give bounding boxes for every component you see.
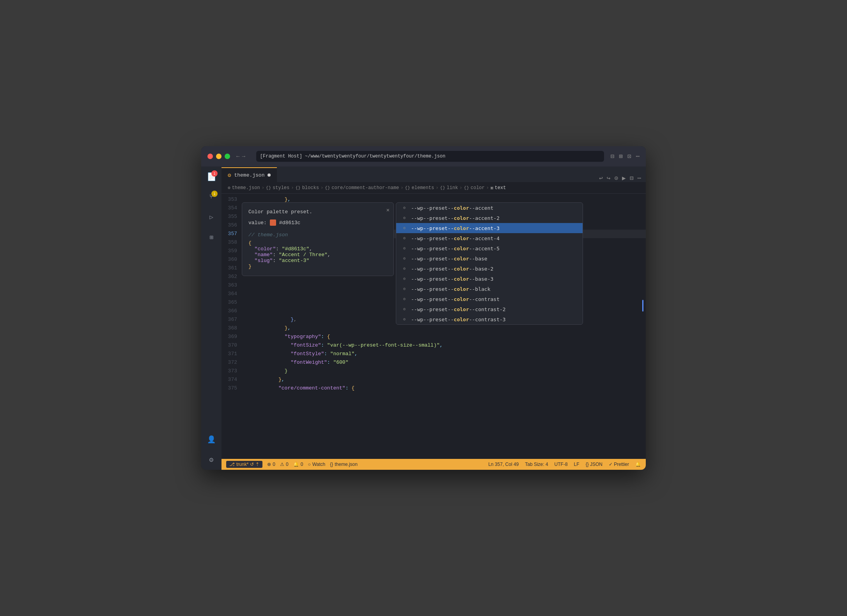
warning-count[interactable]: ⚠ 0 — [280, 462, 289, 467]
breadcrumb-text[interactable]: text — [495, 185, 506, 191]
code-line-371: "fontStyle": "normal", — [242, 350, 646, 358]
breadcrumb-color[interactable]: color — [471, 185, 485, 191]
tooltip-code-comment: // theme.json — [248, 232, 387, 238]
ac-item-accent-3[interactable]: ⊙ --wp--preset--color--accent-3 — [396, 223, 583, 233]
ac-item-accent-4[interactable]: ⊙ --wp--preset--color--accent-4 — [396, 233, 583, 243]
file-type-indicator[interactable]: {} theme.json — [330, 462, 358, 467]
go-forward-editor-icon[interactable]: ↪ — [607, 174, 611, 182]
tab-size-text: Tab Size: 4 — [525, 462, 548, 467]
error-count[interactable]: ⊗ 0 — [267, 462, 275, 467]
titlebar-actions: ⊟ ⊞ ⊡ ⋯ — [610, 152, 640, 160]
tooltip-json: { "color": "#d8613c", "name": "Accent / … — [248, 240, 387, 269]
tab-filename: theme.json — [234, 172, 264, 178]
ac-item-label-8: --wp--preset--color--base-3 — [411, 276, 493, 282]
code-content[interactable]: }, "elements": { "link": { — [242, 194, 646, 459]
ac-item-label-5: --wp--preset--color--accent-5 — [411, 246, 500, 251]
ac-item-label-2: --wp--preset--color--accent-2 — [411, 215, 500, 221]
formatter-indicator[interactable]: ✓ Prettier — [609, 462, 629, 467]
layout-icon[interactable]: ⊡ — [627, 152, 631, 160]
minimize-button[interactable] — [216, 154, 221, 159]
run-file-icon[interactable]: ▶ — [622, 174, 626, 182]
ac-item-contrast-3[interactable]: ⊙ --wp--preset--color--contrast-3 — [396, 314, 583, 324]
ac-color-icon-10: ⊙ — [401, 296, 408, 303]
ac-item-accent[interactable]: ⊙ --wp--preset--color--accent — [396, 203, 583, 213]
address-bar[interactable]: [Fragment Host] ~/www/twentytwentyfour/t… — [256, 151, 604, 162]
status-bar: ⎇ trunk* ↺ ⇡ ⊗ 0 ⚠ 0 🔔 0 — [221, 459, 646, 470]
toggle-panel-icon[interactable]: ⊞ — [619, 152, 623, 160]
ac-color-icon-3: ⊙ — [401, 225, 408, 232]
titlebar: ← → [Fragment Host] ~/www/twentytwentyfo… — [201, 146, 646, 166]
breadcrumb-styles[interactable]: styles — [273, 185, 289, 191]
extensions-icon[interactable]: ⊞ — [204, 230, 218, 244]
breadcrumb-file[interactable]: theme.json — [232, 185, 260, 191]
ac-item-contrast[interactable]: ⊙ --wp--preset--color--contrast — [396, 294, 583, 304]
code-line-368: }, — [242, 324, 646, 333]
ac-item-black[interactable]: ⊙ --wp--preset--color--black — [396, 284, 583, 294]
ac-color-icon-12: ⊙ — [401, 316, 408, 323]
ac-item-label-11: --wp--preset--color--contrast-2 — [411, 306, 506, 312]
code-editor: 353 354 355 356 357 358 359 360 361 362 … — [221, 194, 646, 459]
language-indicator[interactable]: {} JSON — [586, 462, 602, 467]
tab-more-icon[interactable]: ⋯ — [637, 174, 641, 182]
back-arrow[interactable]: ← — [236, 153, 239, 159]
sync-icon: ↺ — [250, 462, 254, 467]
breadcrumb: ⚙ theme.json › {} styles › {} blocks › {… — [221, 182, 646, 194]
go-back-editor-icon[interactable]: ↩ — [599, 174, 603, 182]
close-button[interactable] — [207, 154, 213, 159]
ac-item-contrast-2[interactable]: ⊙ --wp--preset--color--contrast-2 — [396, 304, 583, 314]
split-editor-icon[interactable]: ⊟ — [610, 152, 614, 160]
notification-count[interactable]: 🔔 0 — [293, 462, 303, 467]
settings-icon[interactable]: ⚙ — [204, 453, 218, 467]
ac-item-label: --wp--preset--color--accent — [411, 205, 493, 211]
activity-bar: 📄 1 ⑂ 1 ▷ ⊞ 👤 ⚙ — [201, 166, 221, 470]
breadcrumb-elements[interactable]: elements — [412, 185, 434, 191]
split-editor-right-icon[interactable]: ⊟ — [630, 174, 634, 182]
breadcrumb-link[interactable]: link — [447, 185, 458, 191]
explorer-icon[interactable]: 📄 1 — [204, 170, 218, 184]
bell-indicator[interactable]: 🔔 — [635, 462, 641, 467]
maximize-button[interactable] — [225, 154, 230, 159]
notification-number: 0 — [301, 462, 303, 467]
watch-circle-icon: ○ — [308, 462, 310, 467]
code-line-370: "fontSize": "var(--wp--preset--font-size… — [242, 341, 646, 350]
traffic-lights — [207, 154, 230, 159]
tooltip-value-label: value: — [248, 220, 267, 226]
breadcrumb-comment-author-name[interactable]: core/comment-author-name — [331, 185, 399, 191]
more-tab-icon[interactable]: ⊙ — [614, 174, 618, 182]
ac-color-icon-6: ⊙ — [401, 255, 408, 262]
ac-item-label-6: --wp--preset--color--base — [411, 256, 487, 262]
vscode-window: ← → [Fragment Host] ~/www/twentytwentyfo… — [201, 146, 646, 470]
code-line-372: "fontWeight": "600" — [242, 358, 646, 367]
autocomplete-dropdown[interactable]: ⊙ --wp--preset--color--accent ⊙ --wp--pr… — [396, 202, 583, 325]
ac-item-base-3[interactable]: ⊙ --wp--preset--color--base-3 — [396, 274, 583, 284]
code-line-375: "core/comment-content": { — [242, 384, 646, 393]
source-control-icon[interactable]: ⑂ 1 — [204, 190, 218, 204]
encoding-indicator[interactable]: UTF-8 — [555, 462, 568, 467]
tab-theme-json[interactable]: ⚙ theme.json — [221, 167, 277, 182]
ac-color-icon-5: ⊙ — [401, 245, 408, 252]
line-ending-indicator[interactable]: LF — [574, 462, 579, 467]
ac-item-accent-5[interactable]: ⊙ --wp--preset--color--accent-5 — [396, 243, 583, 253]
tab-modified-indicator — [268, 173, 271, 177]
code-line-374: }, — [242, 375, 646, 384]
forward-arrow[interactable]: → — [242, 153, 245, 159]
ac-item-label-3: --wp--preset--color--accent-3 — [411, 225, 500, 231]
breadcrumb-blocks[interactable]: blocks — [302, 185, 319, 191]
cursor-position[interactable]: Ln 357, Col 49 — [488, 462, 519, 467]
tab-file-icon: ⚙ — [228, 172, 231, 179]
ac-item-label-7: --wp--preset--color--base-2 — [411, 266, 493, 272]
warning-number: 0 — [286, 462, 289, 467]
status-bar-left: ⎇ trunk* ↺ ⇡ ⊗ 0 ⚠ 0 🔔 0 — [226, 461, 358, 468]
ac-item-label-12: --wp--preset--color--contrast-3 — [411, 317, 506, 322]
more-actions-icon[interactable]: ⋯ — [636, 152, 640, 160]
tab-size-indicator[interactable]: Tab Size: 4 — [525, 462, 548, 467]
account-icon[interactable]: 👤 — [204, 432, 218, 446]
tooltip-popup: ✕ Color palette preset. value: #d8613c /… — [242, 202, 394, 276]
ac-item-base-2[interactable]: ⊙ --wp--preset--color--base-2 — [396, 264, 583, 274]
watch-button[interactable]: ○ Watch — [308, 462, 325, 467]
ac-item-base[interactable]: ⊙ --wp--preset--color--base — [396, 253, 583, 264]
tooltip-close-button[interactable]: ✕ — [386, 207, 390, 213]
ac-item-accent-2[interactable]: ⊙ --wp--preset--color--accent-2 — [396, 213, 583, 223]
trunk-indicator[interactable]: ⎇ trunk* ↺ ⇡ — [226, 461, 262, 468]
run-debug-icon[interactable]: ▷ — [204, 210, 218, 224]
